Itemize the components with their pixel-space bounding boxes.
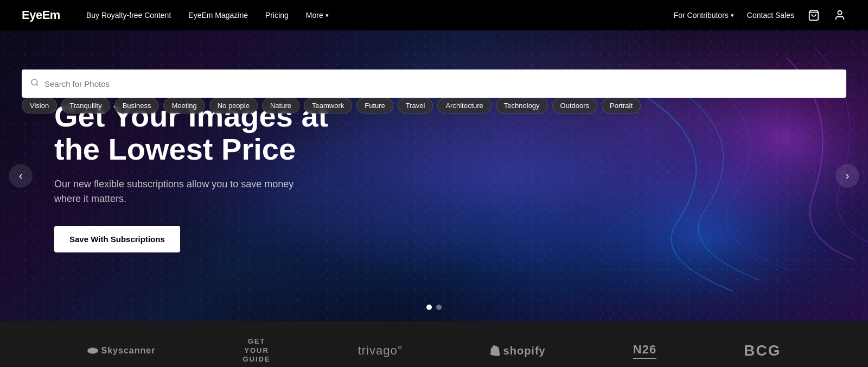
partner-getyourguide: GET YOUR GUIDE — [242, 337, 270, 365]
svg-point-2 — [31, 79, 37, 85]
partners-bar: Skyscanner GET YOUR GUIDE trivago° shopi… — [0, 321, 868, 367]
navbar: EyeEm Buy Royalty-free Content EyeEm Mag… — [0, 0, 868, 30]
hero-cta-button[interactable]: Save With Subscriptions — [54, 226, 180, 252]
carousel-dots — [426, 305, 442, 310]
tag-item[interactable]: Meeting — [163, 98, 205, 113]
hero-subtitle: Our new flexible subscriptions allow you… — [54, 177, 315, 206]
partner-trivago: trivago° — [358, 344, 403, 358]
chevron-down-icon: ▾ — [326, 12, 329, 19]
nav-contact-sales[interactable]: Contact Sales — [747, 11, 794, 20]
nav-buy-content[interactable]: Buy Royalty-free Content — [86, 11, 171, 20]
tag-item[interactable]: Nature — [262, 98, 299, 113]
carousel-dot-1[interactable] — [426, 305, 432, 310]
tag-item[interactable]: Outdoors — [552, 98, 597, 113]
search-icon — [30, 78, 39, 89]
tag-item[interactable]: Business — [114, 98, 159, 113]
tag-item[interactable]: Vision — [22, 98, 57, 113]
nav-more[interactable]: More ▾ — [306, 11, 329, 20]
chevron-down-icon: ▾ — [731, 12, 734, 19]
partner-shopify: shopify — [490, 345, 546, 357]
tag-item[interactable]: Architecture — [437, 98, 491, 113]
user-icon[interactable] — [833, 9, 846, 22]
carousel-next-button[interactable]: › — [835, 164, 859, 188]
search-input[interactable] — [44, 79, 838, 88]
tag-item[interactable]: Portrait — [602, 98, 641, 113]
nav-links: Buy Royalty-free Content EyeEm Magazine … — [86, 11, 674, 20]
tags-row: VisionTranquilityBusinessMeetingNo peopl… — [0, 98, 868, 113]
partner-bcg: BCG — [744, 342, 781, 359]
tag-item[interactable]: Technology — [496, 98, 548, 113]
carousel-prev-button[interactable]: ‹ — [9, 164, 33, 188]
tag-item[interactable]: Travel — [398, 98, 433, 113]
partner-skyscanner: Skyscanner — [87, 346, 156, 356]
partner-n26: N26 — [633, 343, 656, 359]
tag-item[interactable]: No people — [209, 98, 258, 113]
tag-item[interactable]: Future — [356, 98, 393, 113]
hero-content: Get Your Images at the Lowest Price Our … — [54, 99, 380, 252]
nav-contributors[interactable]: For Contributors ▾ — [674, 11, 734, 20]
nav-magazine[interactable]: EyeEm Magazine — [188, 11, 248, 20]
svg-point-1 — [838, 11, 841, 15]
tag-item[interactable]: Tranquility — [61, 98, 110, 113]
cart-icon[interactable] — [807, 9, 820, 22]
nav-pricing[interactable]: Pricing — [265, 11, 289, 20]
tag-item[interactable]: Teamwork — [304, 98, 352, 113]
nav-right: For Contributors ▾ Contact Sales — [674, 9, 846, 22]
carousel-dot-2[interactable] — [436, 305, 442, 310]
search-bar — [22, 69, 846, 98]
brand-logo[interactable]: EyeEm — [22, 8, 60, 22]
search-wrapper — [0, 61, 868, 98]
